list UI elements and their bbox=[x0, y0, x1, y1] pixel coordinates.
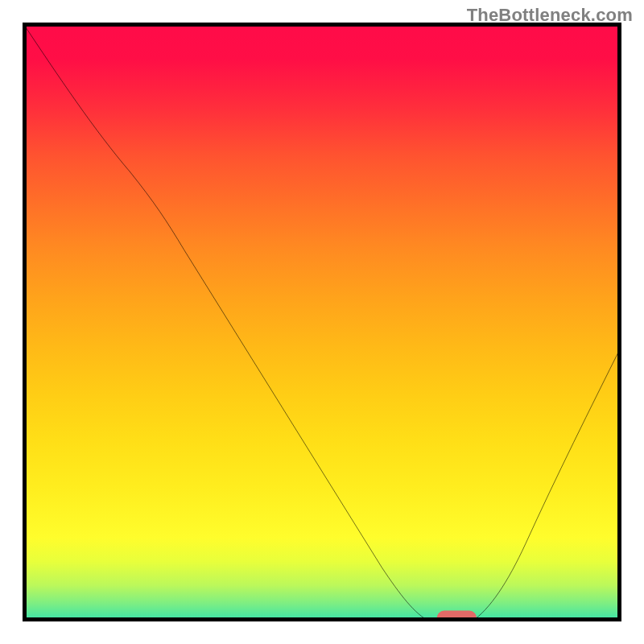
plot-gradient-background bbox=[23, 23, 621, 621]
chart-container: TheBottleneck.com bbox=[0, 0, 644, 644]
watermark-text: TheBottleneck.com bbox=[467, 5, 633, 26]
